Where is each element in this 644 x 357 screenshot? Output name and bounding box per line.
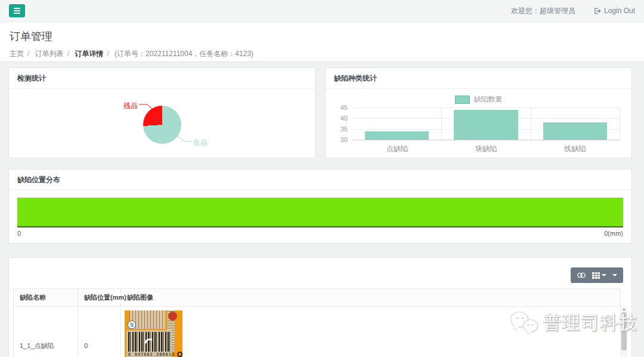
- breadcrumb-order-info: (订单号：202211211004，任务名称：4123): [114, 50, 253, 58]
- logout-label: Login Out: [604, 7, 635, 15]
- top-navbar: 欢迎您：超级管理员 Login Out: [0, 0, 644, 22]
- bar-chart-area: 30354045点缺陷块缺陷线缺陷 缺陷数量: [326, 89, 631, 160]
- more-options-button[interactable]: [612, 274, 617, 276]
- brand-watermark: 普理司科技: [510, 310, 639, 336]
- black-logo-mark: O: [177, 351, 182, 357]
- breadcrumb-order-list[interactable]: 订单列表: [35, 50, 64, 58]
- table-toolbar: [9, 258, 631, 288]
- table-header-row: 缺陷名称 缺陷位置(mm) 缺陷图像: [14, 289, 621, 307]
- barcode-bars: [128, 332, 170, 352]
- position-chart-area: 0 0(mm): [9, 190, 631, 243]
- watermark-text: 普理司科技: [543, 311, 639, 336]
- defect-type-stats-panel: 缺陷种类统计 30354045点缺陷块缺陷线缺陷 缺陷数量: [325, 67, 632, 158]
- welcome-text: 欢迎您：超级管理员: [511, 6, 575, 16]
- col-defect-position: 缺陷位置(mm): [78, 289, 121, 307]
- y-tick-label: 45: [326, 104, 348, 111]
- position-distribution-bar: [17, 198, 623, 227]
- cell-defect-position: 0: [78, 307, 121, 357]
- col-defect-image: 缺陷图像: [121, 289, 621, 307]
- bar-块缺陷: [454, 110, 518, 140]
- detection-stats-panel: 检测统计 残品 良品: [8, 67, 315, 158]
- cell-defect-name: 1_1_点缺陷: [14, 307, 78, 357]
- y-tick-label: 30: [326, 136, 348, 143]
- wechat-icon: [510, 310, 539, 336]
- position-axis-min: 0: [17, 230, 21, 237]
- pie-leader-lines: [9, 89, 315, 160]
- red-seal-mark: [168, 312, 177, 321]
- x-category-label: 块缺陷: [441, 144, 530, 154]
- table-toolbar-group: [571, 267, 623, 283]
- pie-label-good: 良品: [193, 138, 208, 148]
- bar-线缺陷: [543, 122, 608, 140]
- breadcrumb: 主页/ 订单列表/ 订单详情/ (订单号：202211211004，任务名称：4…: [10, 49, 634, 59]
- y-tick-label: 40: [326, 115, 348, 122]
- position-axis: 0 0(mm): [17, 230, 623, 237]
- x-category-label: 点缺陷: [352, 144, 441, 154]
- x-category-label: 线缺陷: [531, 144, 620, 154]
- sidebar-toggle-button[interactable]: [9, 4, 25, 17]
- pie-chart-area: 残品 良品: [9, 89, 315, 160]
- navbar-right: 欢迎您：超级管理员 Login Out: [511, 6, 635, 16]
- legend-label: 缺陷数量: [474, 94, 503, 104]
- blue-logo-mark: S: [128, 321, 136, 329]
- detection-panel-title: 检测统计: [9, 68, 315, 89]
- columns-dropdown-button[interactable]: [592, 272, 606, 279]
- hamburger-icon: [14, 8, 20, 9]
- breadcrumb-home[interactable]: 主页: [10, 50, 24, 58]
- toggle-view-button[interactable]: [577, 272, 586, 279]
- columns-grid-icon: [592, 272, 600, 279]
- caret-down-icon: [602, 274, 606, 276]
- position-panel-title: 缺陷位置分布: [9, 170, 631, 190]
- breadcrumb-order-detail: 订单详情: [75, 50, 103, 58]
- legend-swatch: [455, 96, 470, 104]
- defect-type-panel-title: 缺陷种类统计: [326, 68, 631, 89]
- bar-点缺陷: [365, 131, 429, 140]
- caret-down-icon: [612, 274, 617, 276]
- defect-position-panel: 缺陷位置分布 0 0(mm): [8, 169, 632, 244]
- position-axis-max: 0(mm): [604, 230, 623, 237]
- barcode-digits: 6 947882 209814: [128, 352, 170, 357]
- pie-label-defective: 残品: [121, 101, 138, 111]
- col-defect-name: 缺陷名称: [14, 289, 78, 307]
- y-tick-label: 35: [326, 125, 348, 133]
- defect-marker-icon: [144, 337, 153, 344]
- page-header: 订单管理 主页/ 订单列表/ 订单详情/ (订单号：202211211004，任…: [0, 22, 644, 62]
- toggle-icon: [577, 272, 586, 279]
- logout-link[interactable]: Login Out: [593, 7, 635, 15]
- defect-image[interactable]: S 6 947882 209814 O: [125, 310, 182, 357]
- page-title: 订单管理: [10, 29, 634, 44]
- barcode: 6 947882 209814: [126, 330, 172, 357]
- bar-chart-legend[interactable]: 缺陷数量: [326, 94, 631, 104]
- logout-icon: [593, 7, 601, 15]
- defect-table-panel: 缺陷名称 缺陷位置(mm) 缺陷图像 1_1_点缺陷 0: [8, 257, 632, 357]
